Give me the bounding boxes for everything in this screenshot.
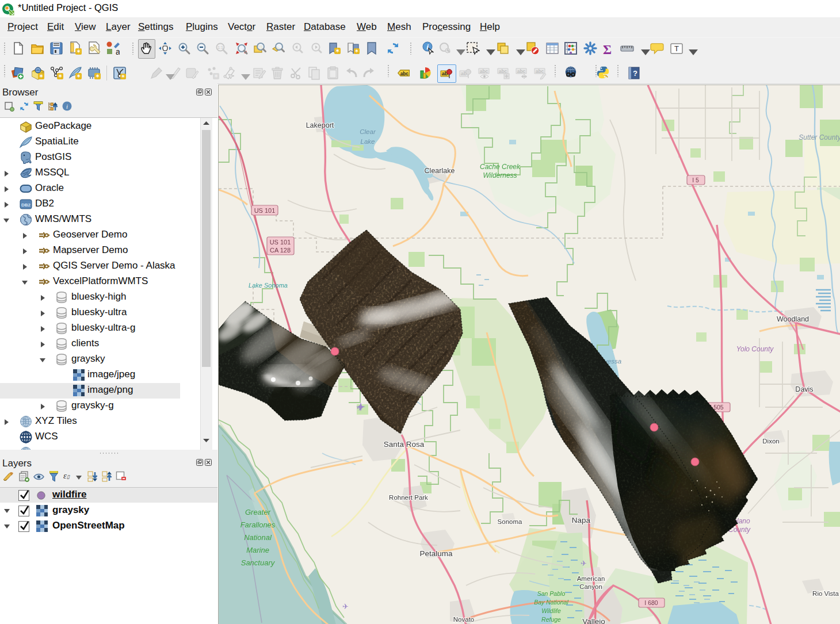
svg-text:✈: ✈ <box>357 404 363 412</box>
svg-text:Rohnert Park: Rohnert Park <box>389 494 428 501</box>
svg-text:Clearlake: Clearlake <box>425 167 455 175</box>
svg-text:Yolo County: Yolo County <box>736 345 774 353</box>
svg-text:Farallones: Farallones <box>240 520 276 529</box>
svg-text:?: ? <box>633 69 637 78</box>
svg-text:abc: abc <box>480 68 488 74</box>
svg-text:✶: ✶ <box>95 72 100 79</box>
svg-text:✶: ✶ <box>58 72 63 79</box>
svg-text:Sutter County: Sutter County <box>799 133 840 141</box>
svg-text:Wildlife: Wildlife <box>541 607 561 614</box>
svg-text:CA 128: CA 128 <box>270 247 291 254</box>
svg-text:San Pablo: San Pablo <box>537 590 566 597</box>
svg-text:✶: ✶ <box>39 72 44 79</box>
svg-text:Lakeport: Lakeport <box>306 121 334 129</box>
svg-text:Lake Sonoma: Lake Sonoma <box>249 282 288 289</box>
svg-text:✶: ✶ <box>76 48 81 55</box>
svg-text:American: American <box>577 575 605 582</box>
svg-text:Davis: Davis <box>795 385 813 393</box>
svg-text:Santa Rosa: Santa Rosa <box>384 440 425 449</box>
svg-text:Greater: Greater <box>245 508 271 516</box>
svg-text:Napa: Napa <box>572 516 591 525</box>
svg-text:abc: abc <box>400 71 408 76</box>
svg-text:Petaluma: Petaluma <box>419 549 453 558</box>
svg-text:Vallejo: Vallejo <box>582 617 605 624</box>
svg-text:✶: ✶ <box>121 73 125 79</box>
svg-text:Clear: Clear <box>360 128 376 135</box>
svg-text:1:1: 1:1 <box>217 45 223 49</box>
svg-text:Novato: Novato <box>453 616 474 623</box>
svg-text:Sanctuary: Sanctuary <box>241 558 276 567</box>
svg-text:✶: ✶ <box>213 72 219 79</box>
svg-text:T: T <box>674 44 679 53</box>
svg-text:Canyon: Canyon <box>579 583 602 590</box>
svg-text:abc: abc <box>499 68 507 74</box>
svg-text:Rio Vista: Rio Vista <box>812 590 839 597</box>
svg-text:abc: abc <box>536 68 544 74</box>
svg-text:✶: ✶ <box>76 72 81 79</box>
svg-text:Bay National: Bay National <box>534 599 568 606</box>
svg-text:I 5: I 5 <box>692 177 699 183</box>
svg-text:✶: ✶ <box>335 47 340 54</box>
svg-text:Marine: Marine <box>246 546 269 554</box>
svg-text:US 101: US 101 <box>254 207 276 214</box>
svg-text:Lake: Lake <box>361 138 375 145</box>
svg-text:National: National <box>244 533 272 542</box>
svg-text:✶: ✶ <box>354 48 359 54</box>
svg-text:Sonoma: Sonoma <box>498 518 522 525</box>
svg-text:Refuge: Refuge <box>541 616 561 623</box>
svg-text:Cache Creek: Cache Creek <box>480 163 521 171</box>
svg-text:✈: ✈ <box>342 602 349 611</box>
svg-text:✈: ✈ <box>581 559 587 568</box>
svg-text:Wilderness: Wilderness <box>483 171 517 179</box>
svg-text:i: i <box>426 43 429 51</box>
svg-text:I 680: I 680 <box>644 599 658 606</box>
svg-text:abc: abc <box>517 68 526 74</box>
svg-text:Dixon: Dixon <box>762 438 779 445</box>
svg-text:a: a <box>116 47 120 55</box>
svg-text:US 101: US 101 <box>270 239 291 246</box>
svg-text:Woodland: Woodland <box>777 315 809 323</box>
